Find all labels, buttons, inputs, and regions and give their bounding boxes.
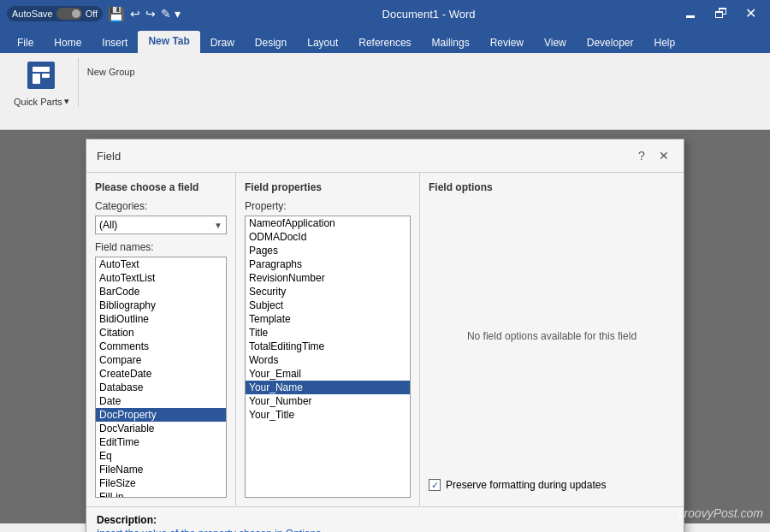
list-item-createdate[interactable]: CreateDate <box>96 367 226 381</box>
list-item-date[interactable]: Date <box>96 394 226 408</box>
ribbon-group-quick-parts: Quick Parts ▾ <box>5 58 79 107</box>
description-text: Insert the value of the property chosen … <box>97 528 673 532</box>
list-item-docvariable[interactable]: DocVariable <box>96 422 226 435</box>
prop-pages[interactable]: Pages <box>246 244 410 257</box>
list-item-edittime[interactable]: EditTime <box>96 435 226 449</box>
list-item-eq[interactable]: Eq <box>96 449 226 463</box>
ribbon-content: Quick Parts ▾ New Group <box>0 53 770 130</box>
restore-btn[interactable]: 🗗 <box>708 0 735 27</box>
tab-references[interactable]: References <box>348 33 421 53</box>
field-names-list[interactable]: AutoText AutoTextList BarCode Bibliograp… <box>95 257 227 498</box>
categories-label: Categories: <box>95 200 227 212</box>
autosave-toggle-pill[interactable] <box>56 8 82 20</box>
dialog-controls: ? ✕ <box>632 146 673 165</box>
middle-panel-title: Field properties <box>245 181 411 193</box>
field-names-label: Field names: <box>95 241 227 253</box>
prop-paragraphs[interactable]: Paragraphs <box>246 257 410 271</box>
prop-title[interactable]: Title <box>246 326 410 340</box>
dialog-body: Please choose a field Categories: (All) … <box>86 173 684 506</box>
panel-left: Please choose a field Categories: (All) … <box>86 173 236 506</box>
tab-mailings[interactable]: Mailings <box>422 33 480 53</box>
prop-revisionnumber[interactable]: RevisionNumber <box>246 271 410 285</box>
autosave-label: AutoSave <box>12 9 53 19</box>
quick-parts-text: Quick Parts <box>14 97 62 107</box>
autosave-state: Off <box>86 9 98 19</box>
save-icon[interactable]: 💾 <box>108 6 125 22</box>
list-item-bidioutline[interactable]: BidiOutline <box>96 312 226 326</box>
right-panel-title: Field options <box>429 181 675 193</box>
list-item-filesize[interactable]: FileSize <box>96 476 226 490</box>
preserve-formatting-row: Preserve formatting during updates <box>429 472 675 498</box>
prop-odmadocid[interactable]: ODMADocId <box>246 230 410 244</box>
title-bar-left: AutoSave Off 💾 ↩ ↪ ✎ ▾ <box>7 6 181 22</box>
preserve-checkbox[interactable] <box>429 479 441 491</box>
tab-insert[interactable]: Insert <box>92 33 138 53</box>
prop-security[interactable]: Security <box>246 285 410 299</box>
quick-parts-label[interactable]: Quick Parts ▾ <box>14 96 69 107</box>
prop-yourname[interactable]: Your_Name <box>246 381 410 394</box>
prop-yourtitle[interactable]: Your_Title <box>246 408 410 422</box>
prop-nameofapplication[interactable]: NameofApplication <box>246 216 410 230</box>
description-label: Description: <box>97 514 673 526</box>
list-item-autotextlist[interactable]: AutoTextList <box>96 271 226 285</box>
list-item-database[interactable]: Database <box>96 381 226 394</box>
prop-words[interactable]: Words <box>246 353 410 367</box>
categories-arrow: ▼ <box>214 221 222 230</box>
document-area: Field ? ✕ Please choose a field Categori… <box>0 130 770 523</box>
list-item-bibliography[interactable]: Bibliography <box>96 299 226 312</box>
tab-developer[interactable]: Developer <box>577 33 644 53</box>
tab-review[interactable]: Review <box>480 33 534 53</box>
field-options-msg: No field options available for this fiel… <box>429 200 675 472</box>
list-item-filename[interactable]: FileName <box>96 463 226 476</box>
prop-subject[interactable]: Subject <box>246 299 410 312</box>
list-item-compare[interactable]: Compare <box>96 353 226 367</box>
quick-parts-icon[interactable] <box>24 58 58 92</box>
svg-rect-2 <box>42 74 50 78</box>
list-item-autotext[interactable]: AutoText <box>96 257 226 271</box>
preserve-label[interactable]: Preserve formatting during updates <box>446 479 606 491</box>
prop-yournumber[interactable]: Your_Number <box>246 394 410 408</box>
left-panel-title: Please choose a field <box>95 181 227 193</box>
quick-parts-img <box>27 62 55 89</box>
list-item-comments[interactable]: Comments <box>96 340 226 353</box>
close-btn[interactable]: ✕ <box>738 0 763 27</box>
svg-rect-0 <box>33 67 50 72</box>
minimize-btn[interactable]: 🗕 <box>677 0 704 27</box>
field-dialog: Field ? ✕ Please choose a field Categori… <box>86 139 684 532</box>
description-area: Description: Insert the value of the pro… <box>86 506 684 532</box>
tab-home[interactable]: Home <box>44 33 92 53</box>
list-item-citation[interactable]: Citation <box>96 326 226 340</box>
tab-design[interactable]: Design <box>245 33 297 53</box>
prop-youremail[interactable]: Your_Email <box>246 367 410 381</box>
watermark: groovyPost.com <box>678 506 763 520</box>
customize-icon[interactable]: ✎ ▾ <box>161 7 181 21</box>
svg-rect-1 <box>33 74 40 84</box>
new-group-label: New Group <box>79 58 144 86</box>
list-item-barcode[interactable]: BarCode <box>96 285 226 299</box>
categories-select[interactable]: (All) ▼ <box>95 216 227 234</box>
dialog-close-btn[interactable]: ✕ <box>654 146 673 165</box>
document-title: Document1 - Word <box>382 8 476 21</box>
tab-help[interactable]: Help <box>643 33 685 53</box>
redo-icon[interactable]: ↪ <box>145 7 156 21</box>
list-item-fillin[interactable]: Fill-in <box>96 490 226 498</box>
title-bar: AutoSave Off 💾 ↩ ↪ ✎ ▾ Document1 - Word … <box>0 0 770 27</box>
dialog-overlay: Field ? ✕ Please choose a field Categori… <box>0 130 770 523</box>
tab-layout[interactable]: Layout <box>297 33 348 53</box>
prop-totaleditingtime[interactable]: TotalEditingTime <box>246 340 410 353</box>
list-item-docproperty[interactable]: DocProperty <box>96 408 226 422</box>
tab-draw[interactable]: Draw <box>200 33 245 53</box>
autosave-toggle[interactable]: AutoSave Off <box>7 6 103 21</box>
dialog-title: Field <box>97 150 121 163</box>
property-list[interactable]: NameofApplication ODMADocId Pages Paragr… <box>245 216 411 498</box>
tab-file[interactable]: File <box>7 33 44 53</box>
prop-template[interactable]: Template <box>246 312 410 326</box>
property-label: Property: <box>245 200 411 212</box>
ribbon-tabs: File Home Insert New Tab Draw Design Lay… <box>0 27 770 53</box>
panel-middle: Field properties Property: NameofApplica… <box>236 173 420 506</box>
undo-icon[interactable]: ↩ <box>130 7 140 21</box>
tab-view[interactable]: View <box>534 33 577 53</box>
dialog-help-btn[interactable]: ? <box>632 146 651 165</box>
tab-new-tab[interactable]: New Tab <box>138 31 199 53</box>
title-bar-controls: 🗕 🗗 ✕ <box>677 0 763 27</box>
